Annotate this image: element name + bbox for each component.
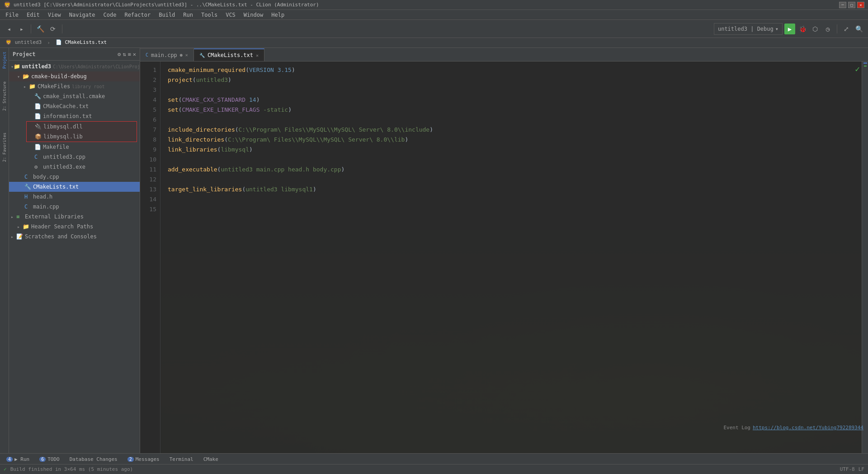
line-num-9: 9 (140, 145, 156, 155)
tree-item-cmakelists[interactable]: 🔧 CMakeLists.txt (9, 182, 140, 192)
libmysql-dll-icon: 🔌 (35, 123, 42, 130)
profile-button[interactable]: ◷ (822, 24, 833, 34)
tree-item-root[interactable]: ▾ 📁 untitled3 C:\Users\Administrator\CLi… (9, 62, 140, 71)
top-tab-untitled3[interactable]: 🦁 untitled3 (2, 38, 45, 47)
top-tab-cmakelists[interactable]: 📄 CMakeLists.txt (52, 38, 110, 47)
tree-item-libmysql-lib[interactable]: 📦 libmysql.lib (27, 132, 137, 142)
statusbar: ✓ Build finished in 3×64 ms (5 minutes a… (0, 464, 868, 474)
cmake-install-icon: 🔧 (34, 93, 42, 100)
menu-item-refactor[interactable]: Refactor (121, 11, 154, 19)
collapse-all-icon[interactable]: ≡ (128, 51, 131, 57)
tree-label-cmake-build-debug: cmake-build-debug (31, 73, 87, 80)
menu-item-tools[interactable]: Tools (198, 11, 221, 19)
coverage-button[interactable]: ⬡ (810, 24, 821, 34)
statusbar-encoding: LF (859, 466, 864, 472)
inspection-status[interactable]: ✓ (855, 64, 860, 74)
minimize-button[interactable]: ─ (839, 2, 846, 8)
code-token: ( (224, 135, 228, 145)
watermark-url[interactable]: https://blog.csdn.net/Yubing792289344 (753, 425, 863, 431)
bottom-tab-db-changes[interactable]: Database Changes (65, 454, 122, 464)
cmake-folder-icon: 📂 (23, 73, 30, 80)
bottom-tab-messages-num: 2 (127, 457, 134, 462)
tree-item-libmysql-dll[interactable]: 🔌 libmysql.dll (27, 122, 137, 132)
menubar: FileEditViewNavigateCodeRefactorBuildRun… (0, 10, 868, 20)
menu-item-vcs[interactable]: VCS (222, 11, 239, 19)
code-token: set (168, 105, 178, 115)
app-icon: 🦁 (4, 1, 11, 8)
structure-tool-icon[interactable]: 2: Structure (2, 81, 7, 111)
titlebar-title: untitled3 [C:\Users\Administrator\CLionP… (14, 2, 839, 8)
back-button[interactable]: ◂ (4, 24, 14, 34)
code-token: ( (178, 95, 182, 105)
project-tool-icon[interactable]: Project (2, 52, 7, 69)
menu-item-build[interactable]: Build (155, 11, 179, 19)
bottom-tab-run-num: 4 (6, 457, 13, 462)
bottom-tab-messages[interactable]: 2 Messages (123, 454, 164, 464)
maximize-button[interactable]: □ (848, 2, 855, 8)
settings-icon[interactable]: ⚙ (118, 51, 121, 57)
sort-icon[interactable]: ⇅ (123, 51, 126, 57)
menu-item-code[interactable]: Code (100, 11, 120, 19)
tree-item-scratches[interactable]: ▸ 📝 Scratches and Consoles (9, 232, 140, 242)
code-line-1: cmake_minimum_required(VERSION 3.15) (168, 65, 854, 75)
tree-item-head-h[interactable]: H head.h (9, 192, 140, 202)
menu-item-file[interactable]: File (2, 11, 22, 19)
search-everywhere-button[interactable]: 🔍 (854, 24, 864, 34)
code-token: link_libraries (168, 145, 217, 155)
tree-item-information[interactable]: 📄 information.txt (9, 111, 140, 121)
close-button[interactable]: ✕ (857, 2, 864, 8)
menu-item-edit[interactable]: Edit (23, 11, 43, 19)
code-line-11: add_executable(untitled3 main.cpp head.h… (168, 165, 854, 175)
editor-tab-main-cpp-close[interactable]: ✕ (185, 52, 188, 57)
expand-button[interactable]: ⤢ (841, 24, 852, 34)
code-token: ) (288, 105, 292, 115)
menu-item-view[interactable]: View (44, 11, 65, 19)
run-config-selector[interactable]: untitled3 | Debug ▾ (714, 23, 783, 35)
editor-tab-main-cpp[interactable]: C main.cpp ● ✕ (140, 48, 194, 61)
tree-item-untitled3exe[interactable]: ⚙ untitled3.exe (9, 162, 140, 172)
build-button[interactable]: 🔨 (35, 24, 46, 34)
event-log-link[interactable]: Event Log (723, 425, 750, 431)
bottom-tab-run[interactable]: 4 ▶ Run (2, 454, 34, 464)
top-toolbar: ◂ ▸ 🔨 ⟳ untitled3 | Debug ▾ ▶ 🐞 ⬡ ◷ ⤢ 🔍 (0, 20, 868, 38)
bottom-tab-terminal[interactable]: Terminal (165, 454, 198, 464)
code-token: ( (217, 145, 221, 155)
close-panel-icon[interactable]: ✕ (133, 51, 136, 57)
editor-tab-cmakelists-close[interactable]: ✕ (256, 53, 259, 58)
menu-item-navigate[interactable]: Navigate (66, 11, 99, 19)
sync-button[interactable]: ⟳ (47, 24, 58, 34)
menu-item-run[interactable]: Run (179, 11, 197, 19)
tree-item-cmakecache[interactable]: 📄 CMakeCache.txt (9, 101, 140, 111)
tree-item-cmakefiles[interactable]: ▸ 📁 CMakeFiles library root (9, 81, 140, 91)
tree-item-external-libs[interactable]: ▸ ≡ External Libraries (9, 212, 140, 222)
tree-item-cmake-install[interactable]: 🔧 cmake_install.cmake (9, 91, 140, 101)
forward-button[interactable]: ▸ (16, 24, 27, 34)
debug-button[interactable]: 🐞 (797, 24, 808, 34)
bottom-tab-run-label: ▶ Run (14, 456, 29, 462)
tree-item-main-cpp[interactable]: C main.cpp (9, 202, 140, 212)
code-token: untitled3 main.cpp head.h body.cpp (221, 165, 341, 175)
bottom-panel: 4 ▶ Run 6 TODO Database Changes 2 Messag… (0, 453, 868, 464)
code-token: untitled3 libmysql1 (245, 185, 313, 194)
tree-item-body-cpp[interactable]: C body.cpp (9, 172, 140, 182)
editor-scrollbar[interactable] (862, 62, 868, 453)
favorites-tool-icon[interactable]: 2: Favorites (2, 133, 7, 162)
code-token: ) (256, 95, 260, 105)
bottom-tab-cmake[interactable]: CMake (199, 454, 223, 464)
editor-content[interactable]: 1 2 3 4 5 6 7 8 9 10 11 12 13 14 15 cmak… (140, 62, 868, 453)
menu-item-window[interactable]: Window (240, 11, 267, 19)
tree-item-makefile[interactable]: 📄 Makefile (9, 142, 140, 152)
tree-item-header-search-paths[interactable]: ▸ 📁 Header Search Paths (9, 222, 140, 232)
code-content[interactable]: cmake_minimum_required(VERSION 3.15) pro… (160, 62, 862, 453)
tree-item-cmake-build-debug[interactable]: ▾ 📂 cmake-build-debug (9, 71, 140, 81)
left-side-toolbar: Project 2: Structure 2: Favorites (0, 48, 9, 453)
line-num-14: 14 (140, 194, 156, 204)
menu-item-help[interactable]: Help (268, 11, 288, 19)
code-line-7: include_directories(C:\\Program\ Files\\… (168, 125, 854, 135)
bottom-tab-todo[interactable]: 6 TODO (35, 454, 64, 464)
code-token: ( (193, 75, 196, 85)
line-num-2: 2 (140, 75, 156, 85)
run-button[interactable]: ▶ (784, 24, 795, 34)
editor-tab-cmakelists[interactable]: 🔧 CMakeLists.txt ✕ (194, 48, 264, 61)
tree-item-untitled3cpp[interactable]: C untitled3.cpp (9, 152, 140, 162)
